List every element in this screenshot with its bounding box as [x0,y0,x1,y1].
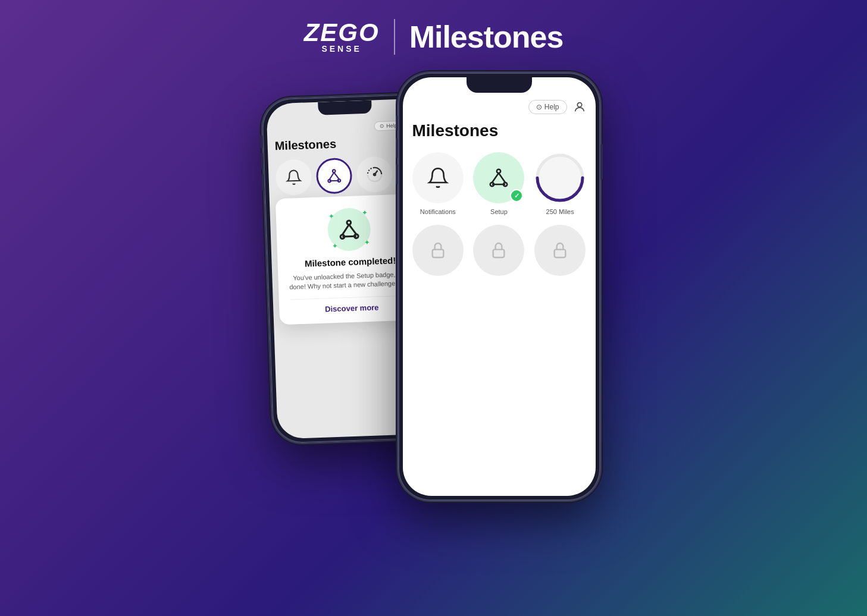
header-divider [394,19,395,55]
logo-sense: SENSE [321,44,361,54]
left-milestone-bell [275,159,312,196]
svg-line-13 [342,236,356,237]
discover-more-link[interactable]: Discover more [290,301,414,315]
popup-badge-circle: ✦ ✦ ✦ ✦ [327,208,371,252]
setup-icon [487,166,510,189]
silent-button-left [260,135,263,148]
svg-rect-26 [555,250,566,257]
vol-down-button-right [396,164,398,184]
sparkle-2: ✦ [328,212,334,221]
svg-line-4 [329,172,334,180]
locked-circle-2 [473,225,524,276]
help-circle-icon-right: ⊙ [536,103,542,111]
svg-point-8 [346,221,350,225]
notifications-label: Notifications [420,208,456,215]
logo-area: ZEGO SENSE [304,20,380,54]
svg-point-7 [373,174,375,176]
completed-check-badge: ✓ [510,189,523,202]
lock-icon-3 [550,241,569,260]
profile-icon-right[interactable] [573,100,586,114]
sparkle-4: ✦ [364,238,370,247]
help-button-right[interactable]: ⊙ Help [528,100,567,114]
vol-up-button-right [396,138,398,158]
setup-label: Setup [490,208,508,215]
right-phone: ⊙ Help Milestones [398,73,600,501]
setup-circle: ✓ [473,152,524,203]
locked-circle-3 [534,225,586,276]
milestone-item-locked-1 [412,225,464,276]
header: ZEGO SENSE Milestones [0,0,867,67]
progress-ring-svg [534,152,586,203]
sparkle-1: ✦ [361,209,367,217]
milestone-item-notifications[interactable]: Notifications [412,152,464,215]
popup-body: You've unloacked the Setup badge, well d… [289,269,413,292]
milestone-item-setup[interactable]: ✓ Setup [473,152,525,215]
page-title: Milestones [409,19,564,55]
milestones-grid: Notifications [412,152,586,276]
svg-point-15 [497,169,500,173]
svg-point-1 [332,169,335,172]
svg-line-11 [342,225,349,235]
svg-rect-24 [432,250,443,257]
svg-line-6 [329,181,339,181]
miles-circle [534,152,586,203]
lock-icon-1 [428,241,447,260]
vol-up-button-left [261,153,264,169]
popup-title: Milestone completed! [288,254,412,269]
right-top-bar: ⊙ Help [412,100,586,114]
bell-icon [427,166,449,189]
right-phone-screen: ⊙ Help Milestones [403,77,596,496]
milestone-item-locked-3 [534,225,586,276]
svg-line-12 [349,224,356,234]
right-milestones-title: Milestones [412,121,586,140]
vol-down-button-left [261,174,264,191]
locked-circle-1 [412,225,464,276]
popup-divider [289,295,413,300]
lock-icon-2 [489,241,508,260]
left-phone-notch [318,100,372,115]
help-label-right: Help [544,103,559,111]
svg-rect-25 [493,250,505,257]
power-button-right [600,144,603,180]
miles-label: 250 Miles [546,208,574,215]
svg-line-19 [499,173,505,183]
sparkle-3: ✦ [331,242,337,250]
logo-zego: ZEGO [304,20,380,45]
setup-badge-icon [337,217,361,241]
notifications-circle [412,152,464,203]
milestone-item-locked-2 [473,225,525,276]
phones-container: ⊙ Help Milestones [0,73,867,501]
silent-button-right [396,115,398,131]
svg-point-14 [577,103,581,107]
milestone-item-miles[interactable]: 250 Miles [534,152,586,215]
left-milestone-speed [356,156,393,193]
right-phone-notch [467,77,532,93]
svg-line-5 [334,172,339,180]
right-screen-content: ⊙ Help Milestones [403,77,596,496]
help-circle-icon-left: ⊙ [379,123,384,129]
popup-icon-area: ✦ ✦ ✦ ✦ [286,206,411,253]
progress-ring-container [534,152,586,203]
left-milestone-setup [315,158,352,194]
svg-line-18 [492,173,499,183]
